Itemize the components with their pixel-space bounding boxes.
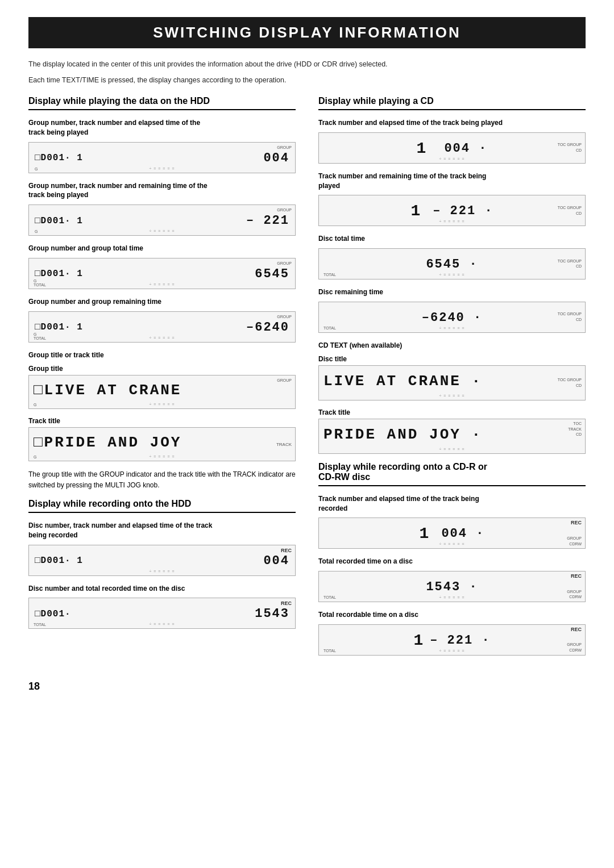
sub-cdr-recordable: Total recordable time on a disc <box>318 610 586 620</box>
total-label-cd4: TOTAL <box>323 326 336 330</box>
rec-label-hrec2: REC <box>281 600 292 606</box>
rec-label-cdr2: REC <box>571 573 582 579</box>
sub-cdr-elapsed: Track number and elapsed time of the tra… <box>318 494 586 514</box>
display-right-hrec2: 1543 <box>255 607 289 621</box>
indicators-hrec1: ÷ = = = = = <box>149 569 175 573</box>
rec-label-hrec1: REC <box>281 548 292 553</box>
indicators-cdr1: ÷ = = = = = <box>439 542 464 546</box>
display-right-hrec1: 004 <box>263 554 289 568</box>
indicators-cdr2: ÷ = = = = = <box>439 595 464 599</box>
display-hdd-rec-total: □D001· 1543 REC TOTAL ÷ = = = = = <box>28 598 296 629</box>
indicators-hdd6: ÷ = = = = = <box>149 454 175 458</box>
cdr-right-3: – 221 · <box>430 633 490 648</box>
toc-label-cd2: TOC GROUPCD <box>558 205 582 216</box>
indicators-cd4: ÷ = = = = = <box>439 326 464 330</box>
intro-line2: Each time TEXT/TIME is pressed, the disp… <box>28 74 586 86</box>
display-hdd-grouptotal: □D001· 1 6545 GROUP TOTAL G ÷ = = = = = <box>28 258 296 289</box>
indicators-hdd5: ÷ = = = = = <box>149 402 175 406</box>
cdr-right-1: 004 · <box>441 527 484 541</box>
cd-right-1: 004 · <box>444 141 487 156</box>
corner-group-hdd5: GROUP <box>277 378 292 383</box>
display-left-hdd2: □D001· 1 <box>35 216 83 226</box>
indicators-hrec2: ÷ = = = = = <box>149 622 175 626</box>
display-left-hrec2: □D001· <box>35 609 71 619</box>
page-number: 18 <box>28 681 586 692</box>
display-right-hdd3: 6545 <box>255 267 289 281</box>
total-label-cd3: TOTAL <box>323 273 336 277</box>
cdr-left-1: 1 <box>420 525 430 542</box>
sub-hdd-grouptotal: Group number and group total time <box>28 244 296 253</box>
cd-left-2: 1 <box>410 202 421 220</box>
indicators-cd2: ÷ = = = = = <box>439 219 464 223</box>
display-left-hdd3: □D001· 1 <box>35 269 83 279</box>
display-hdd-remaining: □D001· 1 – 221 GROUP G ÷ = = = = = <box>28 205 296 236</box>
indicators-cd3: ÷ = = = = = <box>439 273 464 277</box>
track-label-hdd6: TRACK <box>276 441 292 446</box>
sub-cd-tracktext-label: Track title <box>318 408 586 416</box>
sub-hdd-grouprem: Group number and group remaining time <box>28 297 296 307</box>
cd-left-1: 1 <box>417 140 428 157</box>
display-hdd-tracktitle: □PRIDE AND JOY TRACK G ÷ = = = = = <box>28 427 296 461</box>
sub-cd-text-heading: CD TEXT (when available) <box>318 341 586 350</box>
rec-label-cdr3: REC <box>571 627 582 632</box>
cd-play-section-title: Display while playing a CD <box>318 96 586 110</box>
g-label-hdd6: G <box>34 455 36 459</box>
indicators-hdd3: ÷ = = = = = <box>149 282 175 286</box>
display-cd-remaining: 1 – 221 · TOC GROUPCD ÷ = = = = = <box>318 195 586 226</box>
toc-label-cdtracktext: TOCTRACKCD <box>568 421 582 437</box>
rec-label-cdr1: REC <box>571 520 582 525</box>
cdrw-label-cdr2: GROUPCDRW <box>567 589 582 600</box>
hdd-rec-section-title: Display while recording onto the HDD <box>28 499 296 513</box>
cd-right-3: 6545 · <box>426 257 478 272</box>
display-hdd-elapsed: □D001· 1 004 GROUP G ÷ = = = = = <box>28 142 296 173</box>
total-label-cdr3: TOTAL <box>323 649 336 653</box>
sub-hdd-rec-total: Disc number and total recorded time on t… <box>28 584 296 594</box>
indicators-hdd4: ÷ = = = = = <box>149 336 175 340</box>
right-column: Display while playing a CD Track number … <box>318 96 586 663</box>
indicators-cdtracktext: ÷ = = = = = <box>439 447 464 451</box>
indicators-cddisctext: ÷ = = = = = <box>439 394 464 398</box>
display-cd-discrem: –6240 · TOC GROUPCD TOTAL ÷ = = = = = <box>318 302 586 333</box>
display-hdd-grouprem: □D001· 1 –6240 GROUP TOTAL G ÷ = = = = = <box>28 311 296 343</box>
corner-group-hdd4: GROUP <box>277 314 292 319</box>
main-content: Display while playing the data on the HD… <box>28 96 586 663</box>
group-label-hdd2: G <box>35 229 38 233</box>
sub-cd-disctext-label: Disc title <box>318 355 586 363</box>
corner-group-hdd3: GROUP <box>277 261 292 266</box>
left-column: Display while playing the data on the HD… <box>28 96 296 663</box>
total-label-hrec2: TOTAL <box>34 623 46 627</box>
display-cdr-elapsed: 1 004 · REC GROUPCDRW ÷ = = = = = <box>318 518 586 549</box>
g-label-hdd4: G <box>34 332 36 336</box>
toc-label-cd3: TOC GROUPCD <box>558 258 582 270</box>
display-hdd-rec-elapsed: □D001· 1 004 REC ÷ = = = = = <box>28 545 296 576</box>
sub-hdd-tracktitle-label: Track title <box>28 417 296 425</box>
display-left-hdd1: □D001· 1 <box>35 153 83 163</box>
cd-right-4: –6240 · <box>422 311 482 325</box>
total-label-hdd3: TOTAL <box>34 283 46 287</box>
cd-right-2: – 221 · <box>433 204 493 218</box>
cdr-rec-section-title: Display while recording onto a CD-R orCD… <box>318 462 586 486</box>
sub-cd-remaining: Track number and remaining time of the t… <box>318 172 586 191</box>
sub-cd-elapsed: Track number and elapsed time of the tra… <box>318 118 586 128</box>
cdr-right-2: 1543 · <box>426 580 478 594</box>
display-cd-elapsed: 1 004 · TOC GROUPCD ÷ = = = = = <box>318 132 586 164</box>
indicators-cd1: ÷ = = = = = <box>439 157 464 161</box>
cdr-left-3: 1 <box>413 632 424 649</box>
display-text-grouptitle: □LIVE AT CRANE <box>34 382 181 399</box>
display-text-cddisc: LIVE AT CRANE · <box>323 373 482 390</box>
display-right-hdd2: – 221 <box>246 214 289 228</box>
g-label-hdd5: G <box>34 403 36 407</box>
display-hdd-grouptitle: □LIVE AT CRANE GROUP G ÷ = = = = = <box>28 375 296 409</box>
page-title-banner: SWITCHING DISPLAY INFORMATION <box>28 17 586 48</box>
corner-group-hdd2: GROUP <box>277 207 292 212</box>
display-cd-disctext: LIVE AT CRANE · TOC GROUPCD ÷ = = = = = <box>318 365 586 400</box>
indicators-cdr3: ÷ = = = = = <box>439 649 464 653</box>
display-left-hrec1: □D001· 1 <box>35 556 83 566</box>
sub-hdd-remaining: Group number, track number and remaining… <box>28 181 296 201</box>
display-text-cdtrack: PRIDE AND JOY · <box>323 426 482 443</box>
toc-label-cd4: TOC GROUPCD <box>558 312 582 323</box>
body-text-hdd: The group title with the GROUP indicator… <box>28 469 296 491</box>
display-cd-disctotal: 6545 · TOC GROUPCD TOTAL ÷ = = = = = <box>318 248 586 279</box>
display-right-hdd1: 004 <box>263 151 289 165</box>
sub-cd-disctotal: Disc total time <box>318 234 586 244</box>
